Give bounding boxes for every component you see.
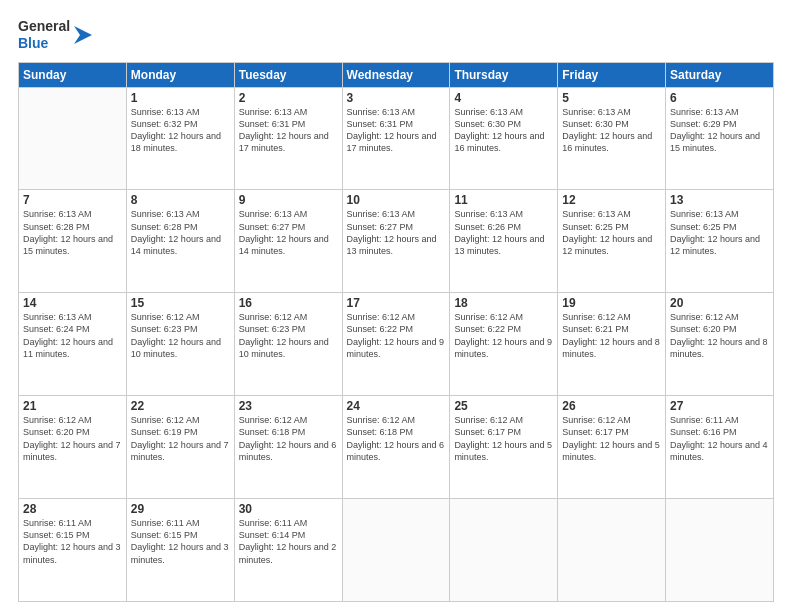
calendar-cell: 28Sunrise: 6:11 AM Sunset: 6:15 PM Dayli… bbox=[19, 499, 127, 602]
svg-marker-0 bbox=[74, 26, 92, 44]
day-number: 12 bbox=[562, 193, 661, 207]
day-number: 3 bbox=[347, 91, 446, 105]
page: General Blue SundayMondayTuesdayWednesda… bbox=[0, 0, 792, 612]
calendar-cell: 12Sunrise: 6:13 AM Sunset: 6:25 PM Dayli… bbox=[558, 190, 666, 293]
day-info: Sunrise: 6:13 AM Sunset: 6:24 PM Dayligh… bbox=[23, 311, 122, 360]
day-number: 20 bbox=[670, 296, 769, 310]
day-number: 13 bbox=[670, 193, 769, 207]
day-info: Sunrise: 6:12 AM Sunset: 6:17 PM Dayligh… bbox=[562, 414, 661, 463]
day-number: 16 bbox=[239, 296, 338, 310]
day-number: 18 bbox=[454, 296, 553, 310]
day-info: Sunrise: 6:11 AM Sunset: 6:15 PM Dayligh… bbox=[23, 517, 122, 566]
day-info: Sunrise: 6:13 AM Sunset: 6:28 PM Dayligh… bbox=[23, 208, 122, 257]
day-number: 4 bbox=[454, 91, 553, 105]
calendar-cell bbox=[558, 499, 666, 602]
day-info: Sunrise: 6:13 AM Sunset: 6:29 PM Dayligh… bbox=[670, 106, 769, 155]
calendar-cell bbox=[19, 87, 127, 190]
day-number: 8 bbox=[131, 193, 230, 207]
day-number: 6 bbox=[670, 91, 769, 105]
day-number: 21 bbox=[23, 399, 122, 413]
day-number: 10 bbox=[347, 193, 446, 207]
day-info: Sunrise: 6:12 AM Sunset: 6:23 PM Dayligh… bbox=[131, 311, 230, 360]
calendar-cell: 22Sunrise: 6:12 AM Sunset: 6:19 PM Dayli… bbox=[126, 396, 234, 499]
calendar-cell: 26Sunrise: 6:12 AM Sunset: 6:17 PM Dayli… bbox=[558, 396, 666, 499]
calendar-week-4: 21Sunrise: 6:12 AM Sunset: 6:20 PM Dayli… bbox=[19, 396, 774, 499]
day-info: Sunrise: 6:13 AM Sunset: 6:27 PM Dayligh… bbox=[239, 208, 338, 257]
day-number: 9 bbox=[239, 193, 338, 207]
calendar-cell bbox=[666, 499, 774, 602]
calendar-week-5: 28Sunrise: 6:11 AM Sunset: 6:15 PM Dayli… bbox=[19, 499, 774, 602]
day-info: Sunrise: 6:13 AM Sunset: 6:26 PM Dayligh… bbox=[454, 208, 553, 257]
calendar-cell: 24Sunrise: 6:12 AM Sunset: 6:18 PM Dayli… bbox=[342, 396, 450, 499]
day-info: Sunrise: 6:11 AM Sunset: 6:16 PM Dayligh… bbox=[670, 414, 769, 463]
day-info: Sunrise: 6:13 AM Sunset: 6:28 PM Dayligh… bbox=[131, 208, 230, 257]
calendar-cell: 15Sunrise: 6:12 AM Sunset: 6:23 PM Dayli… bbox=[126, 293, 234, 396]
day-info: Sunrise: 6:11 AM Sunset: 6:15 PM Dayligh… bbox=[131, 517, 230, 566]
calendar-cell: 6Sunrise: 6:13 AM Sunset: 6:29 PM Daylig… bbox=[666, 87, 774, 190]
calendar-cell: 4Sunrise: 6:13 AM Sunset: 6:30 PM Daylig… bbox=[450, 87, 558, 190]
day-info: Sunrise: 6:13 AM Sunset: 6:25 PM Dayligh… bbox=[562, 208, 661, 257]
logo-graphic: General Blue bbox=[18, 18, 94, 52]
calendar-cell: 8Sunrise: 6:13 AM Sunset: 6:28 PM Daylig… bbox=[126, 190, 234, 293]
weekday-sunday: Sunday bbox=[19, 62, 127, 87]
calendar-cell: 17Sunrise: 6:12 AM Sunset: 6:22 PM Dayli… bbox=[342, 293, 450, 396]
calendar-cell: 25Sunrise: 6:12 AM Sunset: 6:17 PM Dayli… bbox=[450, 396, 558, 499]
day-number: 22 bbox=[131, 399, 230, 413]
day-info: Sunrise: 6:13 AM Sunset: 6:25 PM Dayligh… bbox=[670, 208, 769, 257]
calendar-cell: 29Sunrise: 6:11 AM Sunset: 6:15 PM Dayli… bbox=[126, 499, 234, 602]
weekday-saturday: Saturday bbox=[666, 62, 774, 87]
calendar-cell: 10Sunrise: 6:13 AM Sunset: 6:27 PM Dayli… bbox=[342, 190, 450, 293]
day-info: Sunrise: 6:12 AM Sunset: 6:18 PM Dayligh… bbox=[239, 414, 338, 463]
day-info: Sunrise: 6:12 AM Sunset: 6:17 PM Dayligh… bbox=[454, 414, 553, 463]
day-info: Sunrise: 6:13 AM Sunset: 6:31 PM Dayligh… bbox=[347, 106, 446, 155]
day-info: Sunrise: 6:11 AM Sunset: 6:14 PM Dayligh… bbox=[239, 517, 338, 566]
weekday-friday: Friday bbox=[558, 62, 666, 87]
calendar-cell: 23Sunrise: 6:12 AM Sunset: 6:18 PM Dayli… bbox=[234, 396, 342, 499]
calendar-table: SundayMondayTuesdayWednesdayThursdayFrid… bbox=[18, 62, 774, 602]
calendar-cell: 14Sunrise: 6:13 AM Sunset: 6:24 PM Dayli… bbox=[19, 293, 127, 396]
header: General Blue bbox=[18, 18, 774, 52]
calendar-cell: 27Sunrise: 6:11 AM Sunset: 6:16 PM Dayli… bbox=[666, 396, 774, 499]
day-info: Sunrise: 6:12 AM Sunset: 6:21 PM Dayligh… bbox=[562, 311, 661, 360]
day-number: 5 bbox=[562, 91, 661, 105]
calendar-cell: 19Sunrise: 6:12 AM Sunset: 6:21 PM Dayli… bbox=[558, 293, 666, 396]
day-info: Sunrise: 6:12 AM Sunset: 6:20 PM Dayligh… bbox=[23, 414, 122, 463]
calendar-week-3: 14Sunrise: 6:13 AM Sunset: 6:24 PM Dayli… bbox=[19, 293, 774, 396]
day-number: 15 bbox=[131, 296, 230, 310]
calendar-cell bbox=[450, 499, 558, 602]
day-number: 11 bbox=[454, 193, 553, 207]
day-info: Sunrise: 6:12 AM Sunset: 6:20 PM Dayligh… bbox=[670, 311, 769, 360]
calendar-cell: 18Sunrise: 6:12 AM Sunset: 6:22 PM Dayli… bbox=[450, 293, 558, 396]
calendar-week-1: 1Sunrise: 6:13 AM Sunset: 6:32 PM Daylig… bbox=[19, 87, 774, 190]
day-number: 19 bbox=[562, 296, 661, 310]
calendar-cell: 5Sunrise: 6:13 AM Sunset: 6:30 PM Daylig… bbox=[558, 87, 666, 190]
calendar-cell: 3Sunrise: 6:13 AM Sunset: 6:31 PM Daylig… bbox=[342, 87, 450, 190]
day-info: Sunrise: 6:12 AM Sunset: 6:23 PM Dayligh… bbox=[239, 311, 338, 360]
day-info: Sunrise: 6:13 AM Sunset: 6:30 PM Dayligh… bbox=[562, 106, 661, 155]
day-number: 28 bbox=[23, 502, 122, 516]
logo: General Blue bbox=[18, 18, 94, 52]
day-info: Sunrise: 6:13 AM Sunset: 6:32 PM Dayligh… bbox=[131, 106, 230, 155]
logo-arrow-icon bbox=[72, 24, 94, 46]
day-number: 17 bbox=[347, 296, 446, 310]
calendar-cell: 30Sunrise: 6:11 AM Sunset: 6:14 PM Dayli… bbox=[234, 499, 342, 602]
day-number: 23 bbox=[239, 399, 338, 413]
day-number: 1 bbox=[131, 91, 230, 105]
weekday-monday: Monday bbox=[126, 62, 234, 87]
day-number: 30 bbox=[239, 502, 338, 516]
calendar-cell: 9Sunrise: 6:13 AM Sunset: 6:27 PM Daylig… bbox=[234, 190, 342, 293]
calendar-cell: 13Sunrise: 6:13 AM Sunset: 6:25 PM Dayli… bbox=[666, 190, 774, 293]
day-info: Sunrise: 6:12 AM Sunset: 6:18 PM Dayligh… bbox=[347, 414, 446, 463]
day-number: 2 bbox=[239, 91, 338, 105]
day-number: 14 bbox=[23, 296, 122, 310]
day-number: 25 bbox=[454, 399, 553, 413]
weekday-wednesday: Wednesday bbox=[342, 62, 450, 87]
day-number: 24 bbox=[347, 399, 446, 413]
day-info: Sunrise: 6:12 AM Sunset: 6:19 PM Dayligh… bbox=[131, 414, 230, 463]
calendar-cell bbox=[342, 499, 450, 602]
calendar-cell: 1Sunrise: 6:13 AM Sunset: 6:32 PM Daylig… bbox=[126, 87, 234, 190]
day-info: Sunrise: 6:13 AM Sunset: 6:30 PM Dayligh… bbox=[454, 106, 553, 155]
weekday-header-row: SundayMondayTuesdayWednesdayThursdayFrid… bbox=[19, 62, 774, 87]
weekday-thursday: Thursday bbox=[450, 62, 558, 87]
calendar-cell: 2Sunrise: 6:13 AM Sunset: 6:31 PM Daylig… bbox=[234, 87, 342, 190]
